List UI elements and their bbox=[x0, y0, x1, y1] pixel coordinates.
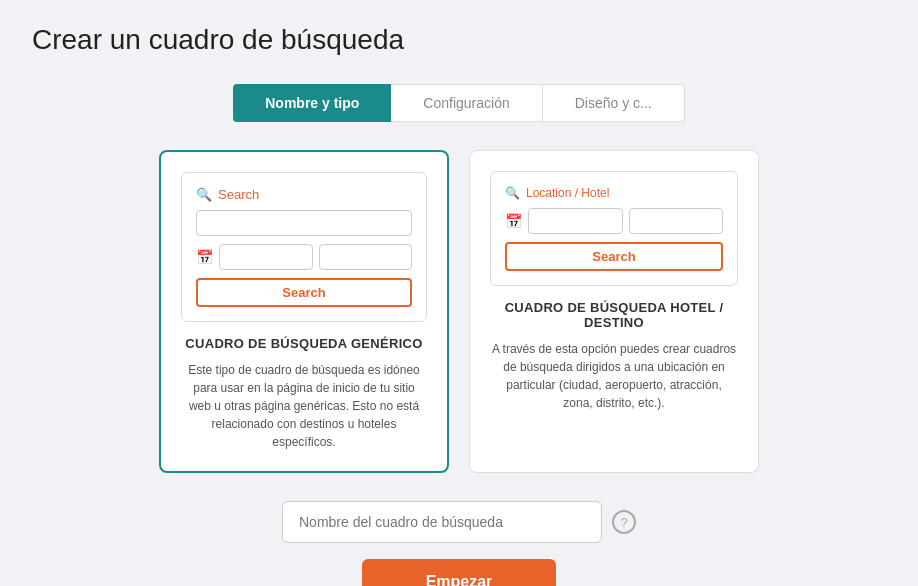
name-input-row: ? bbox=[282, 501, 636, 543]
hotel-card-desc: A través de esta opción puedes crear cua… bbox=[490, 340, 738, 412]
hotel-checkin-input bbox=[528, 208, 623, 234]
empezar-button[interactable]: Empezar bbox=[362, 559, 557, 586]
generic-search-button[interactable]: Search bbox=[196, 278, 412, 307]
generic-text-input bbox=[196, 210, 412, 236]
page-title: Crear un cuadro de búsqueda bbox=[32, 24, 886, 56]
generic-card-title: CUADRO DE BÚSQUEDA GENÉRICO bbox=[181, 336, 427, 351]
hotel-checkout-input bbox=[629, 208, 724, 234]
tab-nombre-tipo[interactable]: Nombre y tipo bbox=[233, 84, 391, 122]
card-generic[interactable]: 🔍 Search 📅 Search CUADRO DE BÚSQUEDA GEN… bbox=[159, 150, 449, 473]
page-container: Crear un cuadro de búsqueda Nombre y tip… bbox=[0, 0, 918, 586]
tab-diseno[interactable]: Diseño y c... bbox=[543, 84, 685, 122]
cards-row: 🔍 Search 📅 Search CUADRO DE BÚSQUEDA GEN… bbox=[32, 150, 886, 473]
generic-search-label: 🔍 Search bbox=[196, 187, 412, 202]
tabs-row: Nombre y tipo Configuración Diseño y c..… bbox=[32, 84, 886, 122]
search-box-name-input[interactable] bbox=[282, 501, 602, 543]
generic-checkin-input bbox=[219, 244, 313, 270]
calendar-icon-hotel: 📅 bbox=[505, 213, 522, 229]
hotel-card-title: CUADRO DE BÚSQUEDA HOTEL / DESTINO bbox=[490, 300, 738, 330]
tab-configuracion[interactable]: Configuración bbox=[391, 84, 542, 122]
hotel-location-label: 🔍 Location / Hotel bbox=[505, 186, 723, 200]
hotel-search-button[interactable]: Search bbox=[505, 242, 723, 271]
bottom-section: ? Empezar bbox=[32, 501, 886, 586]
calendar-icon-generic: 📅 bbox=[196, 249, 213, 265]
hotel-preview: 🔍 Location / Hotel 📅 Search bbox=[490, 171, 738, 286]
card-hotel[interactable]: 🔍 Location / Hotel 📅 Search CUADRO DE BÚ… bbox=[469, 150, 759, 473]
search-icon-generic: 🔍 bbox=[196, 187, 212, 202]
hotel-date-row: 📅 bbox=[505, 208, 723, 234]
generic-checkout-input bbox=[319, 244, 413, 270]
generic-card-desc: Este tipo de cuadro de búsqueda es idóne… bbox=[181, 361, 427, 451]
generic-date-row: 📅 bbox=[196, 244, 412, 270]
help-icon[interactable]: ? bbox=[612, 510, 636, 534]
search-icon-hotel: 🔍 bbox=[505, 186, 520, 200]
generic-preview: 🔍 Search 📅 Search bbox=[181, 172, 427, 322]
